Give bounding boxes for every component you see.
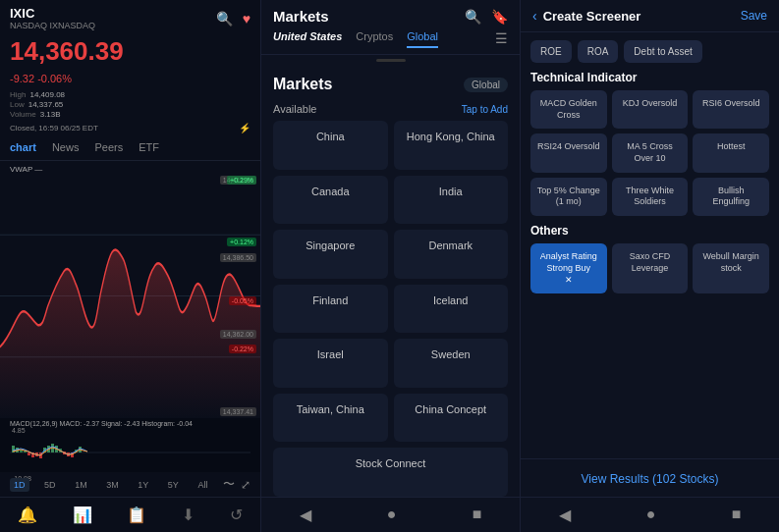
tap-add-button[interactable]: Tap to Add [462, 104, 508, 115]
market-china-concept[interactable]: China Concept [394, 394, 509, 443]
markets-bookmark-icon[interactable]: 🔖 [491, 9, 508, 25]
lightning-icon: ⚡ [239, 123, 250, 133]
change-badge-2: +0.12% [227, 238, 256, 246]
tab-global[interactable]: Global [407, 30, 438, 48]
screener-back-button[interactable]: ‹ [532, 8, 537, 24]
screener-save-button[interactable]: Save [741, 9, 767, 23]
markets-bottom-nav: ◀ ● ■ [261, 497, 520, 532]
market-iceland[interactable]: Iceland [394, 285, 509, 334]
heart-icon[interactable]: ♥ [243, 11, 250, 27]
nav-refresh-icon[interactable]: ↺ [230, 505, 243, 524]
view-results-button[interactable]: View Results (102 Stocks) [582, 472, 719, 486]
market-finland[interactable]: Finland [273, 285, 388, 334]
search-icon[interactable]: 🔍 [216, 11, 233, 27]
chip-webull-margin[interactable]: Webull Margin stock [693, 243, 769, 293]
time-btn-3m[interactable]: 3M [102, 478, 123, 492]
markets-title: Markets [273, 8, 329, 25]
markets-menu-icon[interactable]: ☰ [495, 30, 508, 48]
chip-hottest[interactable]: Hottest [693, 133, 769, 172]
market-taiwan[interactable]: Taiwan, China [273, 394, 388, 443]
change-badge-4: -0.22% [229, 345, 256, 353]
market-denmark[interactable]: Denmark [394, 230, 509, 279]
macd-svg [10, 434, 250, 471]
change-badge-1: +0.29% [227, 176, 256, 185]
chip-debt-to-asset[interactable]: Debt to Asset [624, 40, 701, 63]
vwap-label: VWAP — [0, 161, 260, 174]
time-btn-1m[interactable]: 1M [71, 478, 91, 492]
time-btn-1y[interactable]: 1Y [134, 478, 152, 492]
high-row: High 14,409.08 [10, 90, 250, 99]
chip-top5-change[interactable]: Top 5% Change (1 mo) [530, 178, 607, 216]
ohlv-block: High 14,409.08 Low 14,337.65 Volume 3.13… [0, 88, 260, 121]
tab-peers[interactable]: Peers [94, 141, 123, 156]
markets-header-icons: 🔍 🔖 [465, 9, 508, 25]
price-label-2: 14,386.50 [220, 253, 256, 262]
chip-analyst-rating[interactable]: Analyst Rating Strong Buy ✕ [530, 243, 607, 293]
chip-close-icon[interactable]: ✕ [536, 275, 601, 287]
chip-ma5-cross-10[interactable]: MA 5 Cross Over 10 [612, 133, 689, 172]
time-btn-1d[interactable]: 1D [10, 478, 29, 492]
markets-search-icon[interactable]: 🔍 [465, 9, 481, 25]
ticker-exchange: NASDAQ IXNASDAQ [10, 21, 95, 30]
screener-square-icon[interactable]: ■ [732, 505, 742, 524]
chip-bullish-engulfing[interactable]: Bullish Engulfing [693, 178, 769, 216]
market-hongkong[interactable]: Hong Kong, China [394, 121, 509, 170]
chip-three-white-soldiers[interactable]: Three White Soldiers [612, 178, 689, 216]
nav-list-icon[interactable]: 📋 [127, 505, 146, 524]
wave-icon[interactable]: 〜 [223, 476, 235, 493]
markets-sub-label: Global [464, 78, 508, 92]
chart-area[interactable]: 14,411.18 14,386.50 14,362.00 14,337.41 … [0, 174, 260, 418]
chip-rsi24-oversold[interactable]: RSI24 Oversold [530, 133, 607, 172]
available-label: Available [273, 103, 316, 115]
volume-row: Volume 3.13B [10, 110, 250, 119]
tab-cryptos[interactable]: Cryptos [356, 30, 393, 48]
markets-back-icon[interactable]: ◀ [300, 505, 311, 524]
markets-square-icon[interactable]: ■ [473, 505, 482, 524]
chip-kdj-oversold[interactable]: KDJ Oversold [612, 90, 689, 129]
markets-header: Markets 🔍 🔖 [261, 0, 520, 30]
market-china[interactable]: China [273, 121, 388, 170]
screener-back-nav-icon[interactable]: ◀ [559, 505, 571, 524]
market-india[interactable]: India [394, 176, 509, 225]
macd-label: MACD(12,26,9) MACD: -2.37 Signal: -2.43 … [10, 420, 250, 427]
markets-panel: Markets 🔍 🔖 United States Cryptos Global… [260, 0, 521, 532]
nav-bell-icon[interactable]: 🔔 [18, 505, 37, 524]
screener-header-left: ‹ Create Screener [532, 8, 640, 24]
low-value: 14,337.65 [28, 100, 64, 109]
market-stock-connect[interactable]: Stock Connect [273, 448, 508, 497]
markets-tabs: United States Cryptos Global ☰ [261, 30, 520, 55]
tab-united-states[interactable]: United States [273, 30, 342, 48]
markets-sub-header: Markets Global [261, 66, 520, 97]
expand-icon[interactable]: ⤢ [241, 478, 250, 492]
screener-footer: View Results (102 Stocks) [521, 458, 779, 497]
nav-chart-icon[interactable]: 📊 [73, 505, 92, 524]
chip-roa[interactable]: ROA [578, 40, 619, 63]
time-btn-all[interactable]: All [194, 478, 211, 492]
tab-etf[interactable]: ETF [139, 141, 159, 156]
macd-area: MACD(12,26,9) MACD: -2.37 Signal: -2.43 … [0, 418, 260, 472]
chart-ticker-block: IXIC NASDAQ IXNASDAQ [10, 6, 95, 30]
market-singapore[interactable]: Singapore [273, 230, 388, 279]
chart-logo: chart [10, 141, 36, 156]
markets-available-row: Available Tap to Add [261, 97, 520, 121]
tab-news[interactable]: News [52, 141, 80, 156]
market-sweden[interactable]: Sweden [394, 339, 509, 388]
screener-bottom-nav: ◀ ● ■ [521, 497, 779, 532]
market-canada[interactable]: Canada [273, 176, 388, 225]
price-row: 14,360.39 [0, 34, 260, 69]
closed-row: Closed, 16:59 06/25 EDT ⚡ [0, 121, 260, 137]
screener-home-icon[interactable]: ● [646, 505, 656, 524]
time-btn-5d[interactable]: 5D [40, 478, 60, 492]
nav-download-icon[interactable]: ⬇ [182, 505, 195, 524]
screener-content: ROE ROA Debt to Asset Technical Indicato… [521, 32, 779, 458]
price-label-4: 14,337.41 [220, 407, 256, 416]
chart-panel: IXIC NASDAQ IXNASDAQ 🔍 ♥ 14,360.39 -9.32… [0, 0, 260, 532]
chip-macd-golden-cross[interactable]: MACD Golden Cross [530, 90, 607, 129]
chip-saxo-cfd[interactable]: Saxo CFD Leverage [612, 243, 689, 293]
time-btn-5y[interactable]: 5Y [164, 478, 183, 492]
markets-home-icon[interactable]: ● [387, 505, 397, 524]
chip-roe[interactable]: ROE [530, 40, 572, 63]
markets-sub-title: Markets [273, 76, 332, 93]
market-israel[interactable]: Israel [273, 339, 388, 388]
chip-rsi6-oversold[interactable]: RSI6 Oversold [693, 90, 769, 129]
